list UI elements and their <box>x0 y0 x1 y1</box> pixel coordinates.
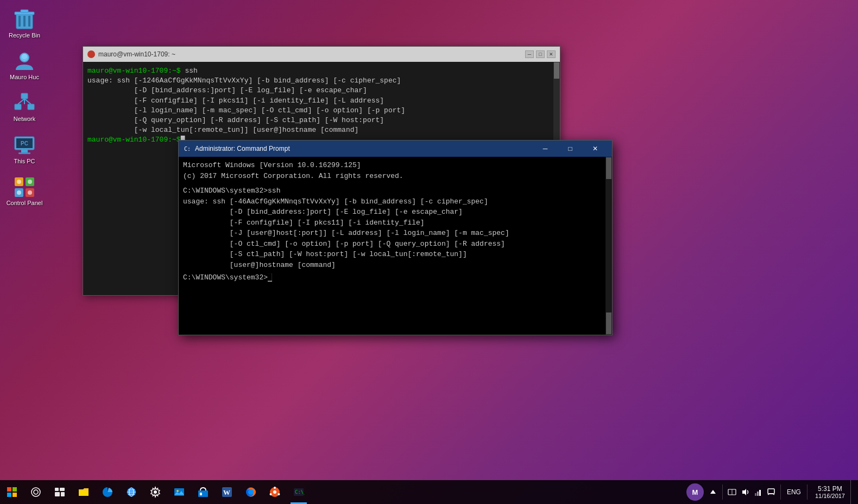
svg-rect-67 <box>759 490 761 496</box>
tray-show-hidden-button[interactable] <box>707 480 719 504</box>
linux-maximize-button[interactable]: □ <box>536 50 545 58</box>
taskbar: W C:\_ <box>0 480 858 504</box>
cmd-output-line3: [-F configfile] [-I pkcs11] [-i identity… <box>183 218 608 228</box>
svg-text:C:\_: C:\_ <box>295 489 305 495</box>
tray-action-center-icon[interactable] <box>765 480 777 504</box>
svg-point-25 <box>28 180 32 184</box>
network-desktop-icon[interactable]: Network <box>3 89 46 125</box>
cmd-body[interactable]: Microsoft Windows [Version 10.0.16299.12… <box>179 157 612 335</box>
cmd-icon: C: <box>183 144 192 153</box>
svg-point-34 <box>31 488 40 496</box>
cmd-close-button[interactable]: ✕ <box>583 141 608 157</box>
control-panel-label: Control Panel <box>7 200 43 207</box>
cmd-minimize-button[interactable]: ─ <box>533 141 558 157</box>
linux-output-line3: [-F configfile] [-I pkcs11] [-i identity… <box>87 96 556 106</box>
this-pc-label: This PC <box>14 158 35 165</box>
taskbar-store[interactable] <box>191 480 215 504</box>
linux-terminal-titlebar[interactable]: mauro@vm-win10-1709: ~ ─ □ ✕ <box>83 47 560 62</box>
taskbar-ie[interactable] <box>119 480 143 504</box>
svg-text:PC: PC <box>21 141 28 146</box>
control-panel-icon[interactable]: Control Panel <box>3 173 46 209</box>
tray-language-label[interactable]: ENG <box>784 480 804 504</box>
taskbar-apps: W C:\_ <box>72 480 680 504</box>
linux-terminal-icon <box>87 50 95 58</box>
linux-output-line6: [-w local_tun[:remote_tun]] [user@]hostn… <box>87 125 556 135</box>
tray-divider3 <box>807 484 807 500</box>
cortana-button[interactable] <box>24 480 48 504</box>
svg-marker-64 <box>742 489 746 495</box>
svg-rect-36 <box>55 488 59 491</box>
taskbar-cmd[interactable]: C:\_ <box>287 480 311 504</box>
cmd-prompt1-line: C:\WINDOWS\system32>ssh <box>183 186 608 196</box>
svg-rect-38 <box>55 492 60 496</box>
svg-rect-1 <box>18 16 21 27</box>
tray-volume-icon[interactable] <box>739 480 751 504</box>
cmd-titlebar[interactable]: C: Administrator: Command Prompt ─ □ ✕ <box>179 141 612 157</box>
this-pc-icon[interactable]: PC This PC <box>3 131 46 168</box>
start-button[interactable] <box>0 480 24 504</box>
cmd-scrollbar-thumb-up[interactable] <box>606 157 611 179</box>
cmd-output-line1: usage: ssh [-46AaCfGgKkMNnqsTtVvXxYy] [-… <box>183 196 608 207</box>
cmd-output: usage: ssh [-46AaCfGgKkMNnqsTtVvXxYy] [-… <box>183 196 608 271</box>
linux-close-button[interactable]: ✕ <box>547 50 556 58</box>
network-label: Network <box>14 116 35 123</box>
svg-rect-18 <box>18 152 30 154</box>
mauro-huc-icon[interactable]: Mauro Huc <box>3 47 46 84</box>
taskbar-system-tray: M <box>680 480 858 504</box>
mauro-huc-label: Mauro Huc <box>10 74 39 81</box>
taskbar-firefox[interactable] <box>239 480 263 504</box>
show-desktop-button[interactable] <box>850 480 854 504</box>
taskbar-settings[interactable] <box>143 480 167 504</box>
taskbar-file-explorer[interactable] <box>72 480 96 504</box>
svg-rect-68 <box>768 489 774 494</box>
linux-terminal-prompt-line: mauro@vm-win10-1709:~$ ssh <box>87 66 556 76</box>
svg-rect-30 <box>7 487 11 492</box>
svg-rect-65 <box>755 493 756 496</box>
recycle-bin-icon[interactable]: Recycle Bin <box>3 5 46 42</box>
this-pc-image: PC <box>14 134 35 156</box>
cmd-scrollbar-thumb-down[interactable] <box>606 312 611 334</box>
taskbar-word[interactable]: W <box>215 480 239 504</box>
linux-output-line4: [-l login_name] [-m mac_spec] [-O ctl_cm… <box>87 106 556 116</box>
linux-minimize-button[interactable]: ─ <box>525 50 534 58</box>
taskbar-ubuntu[interactable] <box>263 480 287 504</box>
tray-input-indicator[interactable] <box>726 480 738 504</box>
taskbar-photos[interactable] <box>167 480 191 504</box>
svg-rect-10 <box>15 104 21 110</box>
svg-rect-5 <box>21 10 28 12</box>
svg-marker-61 <box>710 490 716 494</box>
linux-terminal-title: mauro@vm-win10-1709: ~ <box>98 50 175 58</box>
taskbar-edge[interactable] <box>96 480 119 504</box>
svg-point-27 <box>28 190 32 195</box>
svg-rect-48 <box>198 490 208 497</box>
svg-rect-37 <box>60 488 65 491</box>
cmd-output-line7: [user@]hostname [command] <box>183 260 608 271</box>
linux-cmd: ssh <box>181 67 198 75</box>
cmd-maximize-button[interactable]: □ <box>558 141 583 157</box>
control-panel-image <box>14 176 35 197</box>
recycle-bin-label: Recycle Bin <box>9 32 40 39</box>
linux-output-line2: [-D [bind_address:]port] [-E log_file] [… <box>87 86 556 95</box>
tray-date: 11/16/2017 <box>815 493 845 499</box>
tray-divider <box>722 484 723 500</box>
svg-rect-39 <box>61 492 65 496</box>
linux-prompt1: mauro@vm-win10-1709:~$ <box>87 67 181 75</box>
tray-clock[interactable]: 5:31 PM 11/16/2017 <box>811 480 849 504</box>
recycle-bin-image <box>14 8 35 30</box>
cmd-windows-version: Microsoft Windows [Version 10.0.16299.12… <box>183 160 608 171</box>
tray-user-avatar[interactable]: M <box>686 483 704 501</box>
cmd-copyright: (c) 2017 Microsoft Corporation. All righ… <box>183 171 608 182</box>
svg-point-26 <box>17 190 21 195</box>
linux-scrollbar-thumb[interactable] <box>554 62 559 79</box>
svg-rect-17 <box>21 150 28 152</box>
svg-point-58 <box>270 493 272 495</box>
task-view-button[interactable] <box>48 480 72 504</box>
tray-network-icon[interactable] <box>752 480 764 504</box>
cmd-terminal-window: C: Administrator: Command Prompt ─ □ ✕ M… <box>178 140 613 335</box>
svg-rect-31 <box>12 487 17 492</box>
tray-time: 5:31 PM <box>818 485 842 493</box>
cmd-output-line6: [-S ctl_path] [-W host:port] [-w local_t… <box>183 249 608 260</box>
svg-rect-9 <box>21 93 28 99</box>
cmd-scrollbar[interactable] <box>605 157 612 335</box>
desktop-icons: Recycle Bin Mauro Huc Network <box>3 5 46 209</box>
